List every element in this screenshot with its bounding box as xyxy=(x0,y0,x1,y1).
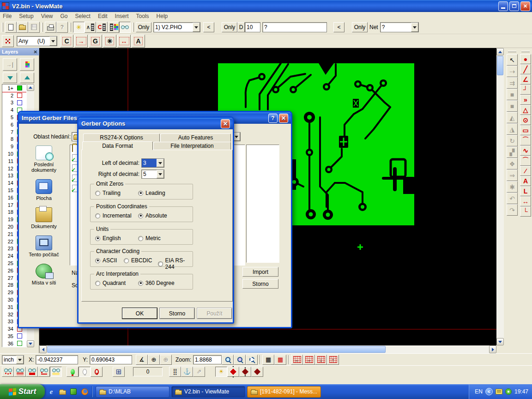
radio-ebcdic[interactable] xyxy=(124,258,129,263)
task-explorer-mlab[interactable]: D:\MLAB xyxy=(96,386,169,398)
layer-row[interactable]: 35 xyxy=(2,332,26,340)
menu-item[interactable]: Edit xyxy=(98,13,108,19)
angle-measure-button[interactable]: ∡ xyxy=(136,355,148,365)
scroll-up-button[interactable] xyxy=(496,48,504,55)
layer-row[interactable]: 2 xyxy=(2,92,26,99)
radio-eia-rs244[interactable] xyxy=(158,261,163,266)
combo-dropdown-button[interactable] xyxy=(193,23,200,32)
layers-close-icon[interactable]: ✕ xyxy=(34,49,37,54)
quicklaunch-firefox-icon[interactable] xyxy=(80,387,89,396)
minimize-button[interactable] xyxy=(498,1,508,11)
units-combo[interactable]: inch xyxy=(2,355,24,364)
hide-layer-button[interactable]: →| xyxy=(3,58,17,71)
combo-dropdown-button[interactable] xyxy=(16,356,24,364)
triangle-pad-tool[interactable]: △ xyxy=(520,105,531,115)
prev-dcode-button[interactable]: < xyxy=(333,22,345,32)
sketch-trace-tool[interactable]: ∕ xyxy=(520,166,531,176)
menu-item[interactable]: Setup xyxy=(19,13,33,19)
move-arrow-tool[interactable]: → xyxy=(74,35,88,48)
radio-incremental[interactable] xyxy=(95,213,100,218)
apply-button[interactable]: Použít xyxy=(197,308,232,319)
zoom-window-button[interactable] xyxy=(246,355,258,365)
view-dcodes-button[interactable] xyxy=(2,367,14,377)
combo-dropdown-button[interactable] xyxy=(411,23,418,32)
trace-select-tool[interactable]: ↷ xyxy=(507,204,518,216)
layer-row[interactable]: 3 xyxy=(2,99,26,107)
pan-down-button[interactable]: ↓ xyxy=(315,355,327,365)
copy-pads-tool[interactable]: ⇉ xyxy=(507,77,518,89)
view-traces-button[interactable] xyxy=(14,367,26,377)
selection-pattern-button[interactable] xyxy=(2,35,14,47)
import-cancel-button[interactable]: Storno xyxy=(242,279,278,289)
radio-trailing[interactable] xyxy=(95,191,100,196)
stretch-arrows-tool[interactable]: ↔ xyxy=(117,35,131,48)
combo-dropdown-button[interactable] xyxy=(49,36,57,46)
menu-item[interactable]: Go xyxy=(60,13,68,19)
tab-auto-features[interactable]: Auto Features xyxy=(160,133,231,142)
layer-color-swatch[interactable] xyxy=(17,85,22,91)
tray-collapse-button[interactable]: < xyxy=(485,388,493,395)
radio-leading[interactable] xyxy=(138,191,143,196)
layer-setup-button[interactable] xyxy=(20,58,34,71)
toolbar-grip[interactable] xyxy=(70,23,71,32)
canvas-vscrollbar[interactable] xyxy=(496,48,504,345)
language-indicator[interactable]: EN xyxy=(475,388,483,395)
settings-gear-tool[interactable]: ✱ xyxy=(507,181,518,193)
film-colors-button[interactable] xyxy=(108,22,119,33)
only-dcode-button[interactable]: Only xyxy=(222,22,237,32)
layer-color-swatch[interactable] xyxy=(17,93,22,98)
layer-down-button[interactable] xyxy=(3,73,17,83)
mirror-left-tool[interactable]: ◭ xyxy=(507,112,518,123)
group-g-tool[interactable]: G xyxy=(89,35,102,48)
circle-pad-tool[interactable]: ⊙ xyxy=(520,115,531,125)
tab-data-format[interactable]: Data Format xyxy=(82,141,153,150)
place-my-computer[interactable]: Tento počítač xyxy=(22,236,66,257)
ok-button[interactable]: OK xyxy=(122,308,157,319)
rotate-shape-tool[interactable]: ↻ xyxy=(507,135,518,146)
curve-trace-tool[interactable]: ∿ xyxy=(520,145,531,156)
flash-star-tool[interactable]: ✳ xyxy=(103,35,116,48)
toolbar-grip[interactable] xyxy=(521,51,530,52)
layer-scroll-up-button[interactable] xyxy=(27,84,34,91)
layer-color-swatch[interactable] xyxy=(17,341,22,346)
hscroll-thumb[interactable] xyxy=(47,346,386,353)
dialog-close-button[interactable]: ✕ xyxy=(279,114,288,123)
quicklaunch-folder-icon[interactable] xyxy=(58,387,67,396)
tab-file-interpretation[interactable]: File Interpretation xyxy=(153,142,231,150)
composite-film-button[interactable]: C xyxy=(96,22,108,33)
copy-c-tool[interactable]: C xyxy=(60,35,73,48)
open-file-button[interactable] xyxy=(17,22,28,33)
center-target-button[interactable]: ⊕ xyxy=(148,355,160,365)
layer-scroll-down-button[interactable] xyxy=(27,340,34,347)
toolbar-grip[interactable] xyxy=(508,51,516,52)
radio-360-degree[interactable] xyxy=(138,281,143,286)
step-repeat-tool[interactable]: ⇒ xyxy=(507,169,518,181)
view-pads-button[interactable] xyxy=(26,367,38,377)
menu-item[interactable]: File xyxy=(3,13,12,19)
pan-left-button[interactable]: ← xyxy=(291,355,303,365)
mirror-right-tool[interactable]: ◮ xyxy=(507,123,518,135)
tangent-arc-tool[interactable]: ⌒ xyxy=(520,156,531,166)
scroll-right-button[interactable] xyxy=(489,345,496,353)
quicklaunch-ie-icon[interactable]: e xyxy=(47,387,56,396)
grid-dcode-button[interactable]: ▦ xyxy=(262,355,274,365)
highlight-outline-button[interactable] xyxy=(91,367,103,377)
tray-message-icon[interactable] xyxy=(496,389,502,394)
only-net-button[interactable]: Only xyxy=(352,22,368,32)
new-file-button[interactable] xyxy=(5,22,17,33)
arc-trace-tool[interactable]: ⌒ xyxy=(520,135,531,145)
cancel-button[interactable]: Storno xyxy=(160,308,194,319)
pan-right-button[interactable]: → xyxy=(303,355,315,365)
layer-row[interactable]: 1+ xyxy=(2,85,26,92)
snap-move-button[interactable]: ⇗ xyxy=(193,367,205,377)
open-angle-tool[interactable]: » xyxy=(520,95,531,105)
scroll-left-button[interactable] xyxy=(39,345,47,353)
x-coordinate-field[interactable] xyxy=(36,355,78,364)
vscroll-thumb[interactable] xyxy=(497,56,503,75)
transform-pad-tool[interactable]: ❖ xyxy=(507,158,518,169)
move-pad-tool[interactable]: ⇢ xyxy=(507,66,518,77)
menu-item[interactable]: Insert xyxy=(115,13,129,19)
radio-english[interactable] xyxy=(95,236,100,241)
task-viewmate[interactable]: V2.bin - ViewMate xyxy=(171,386,245,398)
canvas-hscrollbar[interactable] xyxy=(39,345,496,353)
